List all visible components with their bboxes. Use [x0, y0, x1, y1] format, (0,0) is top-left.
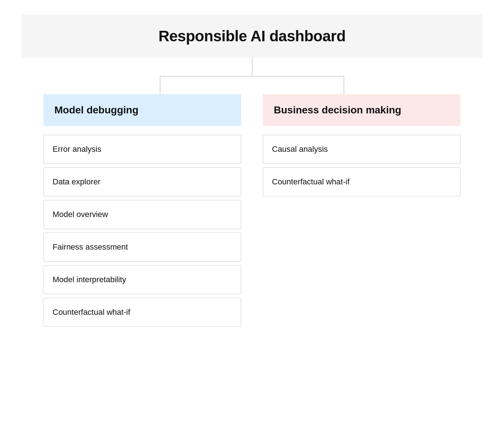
model-overview-item[interactable]: Model overview	[44, 200, 241, 229]
business-decision-column: Business decision making Causal analysis…	[263, 94, 460, 330]
model-debugging-title: Model debugging	[54, 104, 139, 116]
fairness-assessment-label: Fairness assessment	[53, 242, 128, 251]
data-explorer-item[interactable]: Data explorer	[44, 167, 241, 196]
model-debugging-header: Model debugging	[44, 94, 241, 126]
error-analysis-label: Error analysis	[53, 145, 101, 154]
causal-analysis-item[interactable]: Causal analysis	[263, 135, 460, 164]
page-title: Responsible AI dashboard	[29, 28, 475, 45]
data-explorer-label: Data explorer	[53, 177, 100, 186]
model-interpretability-label: Model interpretability	[53, 275, 126, 284]
counterfactual-whatif-right-item[interactable]: Counterfactual what-if	[263, 167, 460, 196]
error-analysis-item[interactable]: Error analysis	[44, 135, 241, 164]
title-section: Responsible AI dashboard	[22, 14, 482, 58]
counterfactual-whatif-left-item[interactable]: Counterfactual what-if	[44, 298, 241, 327]
branch-right-connector	[344, 76, 344, 94]
model-interpretability-item[interactable]: Model interpretability	[44, 265, 241, 294]
fairness-assessment-item[interactable]: Fairness assessment	[44, 233, 241, 262]
model-overview-label: Model overview	[53, 210, 108, 219]
vertical-line-top	[252, 58, 252, 76]
columns-wrapper: Model debugging Error analysis Data expl…	[22, 94, 482, 330]
causal-analysis-label: Causal analysis	[272, 145, 328, 154]
counterfactual-whatif-left-label: Counterfactual what-if	[53, 308, 130, 317]
model-debugging-column: Model debugging Error analysis Data expl…	[44, 94, 241, 330]
business-decision-title: Business decision making	[274, 104, 401, 116]
counterfactual-whatif-right-label: Counterfactual what-if	[272, 177, 350, 186]
business-decision-header: Business decision making	[263, 94, 460, 126]
tree-container	[22, 58, 482, 94]
branches-row	[68, 76, 436, 94]
page-wrapper: Responsible AI dashboard Model debugging…	[0, 0, 504, 352]
